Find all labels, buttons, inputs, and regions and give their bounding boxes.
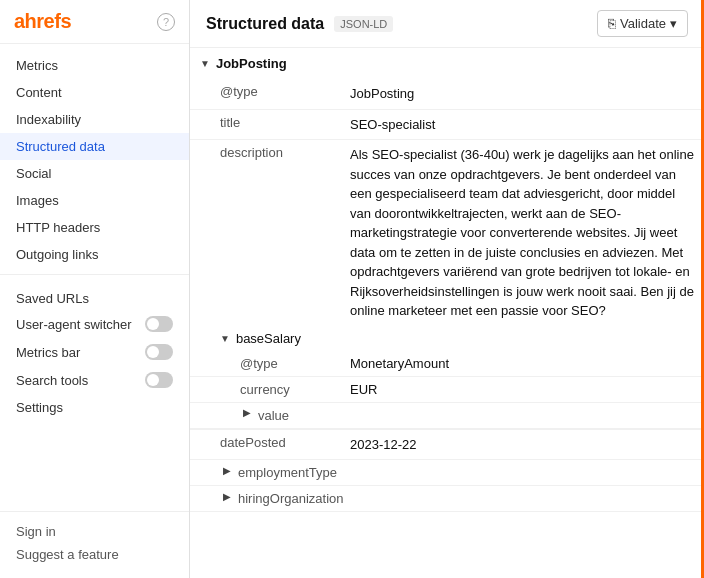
- sidebar-bottom: Sign in Suggest a feature: [0, 511, 189, 578]
- sidebar-item-images[interactable]: Images: [0, 187, 189, 214]
- user-agent-switcher-toggle[interactable]: [145, 316, 173, 332]
- field-key-type: @type: [220, 82, 350, 101]
- chevron-down-icon: ▼: [200, 58, 210, 69]
- salary-field-type: @type MonetaryAmount: [190, 351, 704, 377]
- job-posting-header[interactable]: ▼ JobPosting: [190, 48, 704, 79]
- saved-urls-section: Saved URLs: [0, 281, 189, 310]
- field-val-type: JobPosting: [350, 82, 694, 106]
- field-employment-type-collapsed[interactable]: ▶ employmentType: [190, 460, 704, 486]
- main-header: Structured data JSON-LD ⎘ Validate ▾: [190, 0, 704, 48]
- page-title: Structured data: [206, 15, 324, 33]
- search-tools-toggle[interactable]: [145, 372, 173, 388]
- chevron-right-icon: ▶: [220, 489, 234, 503]
- sidebar-item-label: Images: [16, 193, 59, 208]
- base-salary-header[interactable]: ▼ baseSalary: [190, 326, 704, 351]
- sidebar-nav: Metrics Content Indexability Structured …: [0, 44, 189, 511]
- field-val-title: SEO-specialist: [350, 113, 694, 137]
- sidebar-item-content[interactable]: Content: [0, 79, 189, 106]
- job-posting-label: JobPosting: [216, 56, 287, 71]
- field-type: @type JobPosting: [190, 79, 704, 110]
- search-tools-row: Search tools: [0, 366, 189, 394]
- main-body: ▼ JobPosting @type JobPosting title SEO-…: [190, 48, 704, 578]
- json-ld-badge: JSON-LD: [334, 16, 393, 32]
- suggest-feature-link[interactable]: Suggest a feature: [0, 543, 189, 566]
- sidebar: ahrefs ? Metrics Content Indexability St…: [0, 0, 190, 578]
- validate-icon: ⎘: [608, 16, 616, 31]
- main-content: Structured data JSON-LD ⎘ Validate ▾ ▼ J…: [190, 0, 704, 578]
- salary-field-currency: currency EUR: [190, 377, 704, 403]
- salary-key-value: value: [258, 406, 368, 425]
- sidebar-item-label: Structured data: [16, 139, 105, 154]
- field-hiring-org-collapsed[interactable]: ▶ hiringOrganization: [190, 486, 704, 512]
- sidebar-item-http-headers[interactable]: HTTP headers: [0, 214, 189, 241]
- sidebar-item-metrics[interactable]: Metrics: [0, 52, 189, 79]
- validate-button[interactable]: ⎘ Validate ▾: [597, 10, 688, 37]
- search-tools-label: Search tools: [16, 373, 88, 388]
- chevron-down-icon: ▼: [220, 333, 230, 344]
- sidebar-item-label: Outgoing links: [16, 247, 98, 262]
- sidebar-item-structured-data[interactable]: Structured data: [0, 133, 189, 160]
- sidebar-item-indexability[interactable]: Indexability: [0, 106, 189, 133]
- validate-label: Validate: [620, 16, 666, 31]
- base-salary-fields: @type MonetaryAmount currency EUR ▶ valu…: [190, 351, 704, 429]
- metrics-bar-label: Metrics bar: [16, 345, 80, 360]
- field-key-date-posted: datePosted: [220, 433, 350, 452]
- logo: ahrefs: [14, 10, 71, 33]
- field-title: title SEO-specialist: [190, 110, 704, 141]
- sidebar-item-social[interactable]: Social: [0, 160, 189, 187]
- sidebar-item-label: Settings: [16, 400, 63, 415]
- user-agent-switcher-label: User-agent switcher: [16, 317, 132, 332]
- user-agent-switcher-row: User-agent switcher: [0, 310, 189, 338]
- salary-val-type: MonetaryAmount: [350, 354, 694, 373]
- salary-key-type: @type: [240, 354, 350, 373]
- metrics-bar-row: Metrics bar: [0, 338, 189, 366]
- field-date-posted: datePosted 2023-12-22: [190, 430, 704, 461]
- base-salary-label: baseSalary: [236, 331, 301, 346]
- field-key-description: description: [220, 143, 350, 162]
- job-posting-section: ▼ JobPosting @type JobPosting title SEO-…: [190, 48, 704, 512]
- base-salary-group: ▼ baseSalary @type MonetaryAmount curren…: [190, 326, 704, 430]
- sidebar-item-label: Metrics: [16, 58, 58, 73]
- salary-field-value-collapsed[interactable]: ▶ value: [190, 403, 704, 429]
- metrics-bar-toggle[interactable]: [145, 344, 173, 360]
- field-val-description: Als SEO-specialist (36-40u) werk je dage…: [350, 143, 694, 323]
- main-title-group: Structured data JSON-LD: [206, 15, 393, 33]
- sidebar-item-label: Social: [16, 166, 51, 181]
- sidebar-item-label: Content: [16, 85, 62, 100]
- nav-divider: [0, 274, 189, 275]
- sidebar-item-settings[interactable]: Settings: [0, 394, 189, 421]
- field-val-date-posted: 2023-12-22: [350, 433, 694, 457]
- saved-urls-label[interactable]: Saved URLs: [16, 291, 89, 306]
- sidebar-item-label: HTTP headers: [16, 220, 100, 235]
- job-posting-fields: @type JobPosting title SEO-specialist de…: [190, 79, 704, 326]
- chevron-right-icon: ▶: [220, 463, 234, 477]
- chevron-down-icon: ▾: [670, 16, 677, 31]
- sidebar-header: ahrefs ?: [0, 0, 189, 44]
- salary-val-currency: EUR: [350, 380, 694, 399]
- sidebar-item-outgoing-links[interactable]: Outgoing links: [0, 241, 189, 268]
- field-key-title: title: [220, 113, 350, 132]
- field-key-employment-type: employmentType: [238, 463, 368, 482]
- sidebar-item-label: Indexability: [16, 112, 81, 127]
- help-icon[interactable]: ?: [157, 13, 175, 31]
- chevron-right-icon: ▶: [240, 406, 254, 420]
- sign-in-link[interactable]: Sign in: [0, 520, 189, 543]
- field-description: description Als SEO-specialist (36-40u) …: [190, 140, 704, 326]
- field-key-hiring-org: hiringOrganization: [238, 489, 368, 508]
- salary-key-currency: currency: [240, 380, 350, 399]
